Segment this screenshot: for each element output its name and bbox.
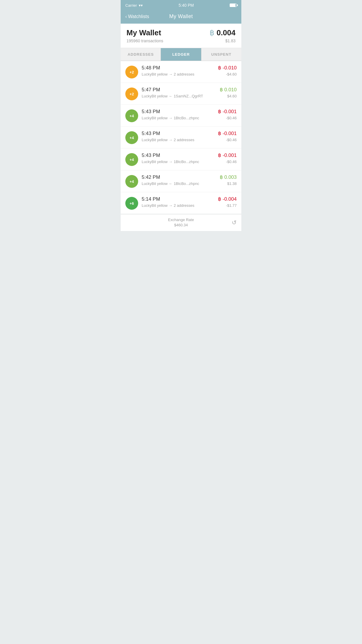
tx-btc-amount: ฿ -0.001 — [218, 131, 237, 136]
exchange-rate: Exchange Rate $460.34 — [168, 217, 194, 228]
tab-ledger[interactable]: LEDGER — [161, 48, 201, 61]
tx-btc-amount: ฿ -0.001 — [218, 109, 237, 115]
tx-amount: ฿ -0.010 -$4.60 — [218, 65, 237, 76]
refresh-button[interactable]: ↺ — [232, 219, 237, 226]
tx-amount: ฿ 0.010 $4.60 — [220, 87, 237, 98]
wifi-icon: ▾▾ — [139, 3, 143, 8]
status-left: Carrier ▾▾ — [125, 3, 143, 8]
wallet-btc-balance: ฿ 0.004 — [210, 28, 236, 37]
tx-info: 5:47 PM LuckyBit yellow ← 1SamNZ...QgrRT — [142, 87, 216, 98]
tx-from: LuckyBit yellow — [142, 181, 168, 186]
tx-info: 5:43 PM LuckyBit yellow → 1BtcBo...zhpnc — [142, 109, 215, 120]
transaction-item[interactable]: +4 5:42 PM LuckyBit yellow ← 1BtcBo...zh… — [121, 170, 241, 192]
transaction-item[interactable]: +2 5:48 PM LuckyBit yellow → 2 addresses… — [121, 61, 241, 83]
tx-btc-amount: ฿ 0.003 — [220, 174, 237, 180]
tx-to: 1BtcBo...zhpnc — [174, 116, 199, 120]
transaction-list: +2 5:48 PM LuckyBit yellow → 2 addresses… — [121, 61, 241, 214]
wallet-usd-balance: $1.83 — [210, 38, 236, 43]
footer: Exchange Rate $460.34 ↺ — [121, 214, 241, 231]
tx-badge: +4 — [125, 109, 138, 122]
tx-amount: ฿ -0.004 -$1.77 — [218, 196, 237, 207]
tx-direction-icon: → — [169, 116, 173, 120]
tx-badge: +2 — [125, 88, 138, 100]
tx-desc: LuckyBit yellow → 2 addresses — [142, 138, 215, 142]
back-chevron-icon: ‹ — [125, 14, 127, 19]
tx-btc-amount: ฿ 0.010 — [220, 87, 237, 93]
tx-time: 5:42 PM — [142, 174, 216, 180]
tx-usd-amount: -$1.77 — [218, 203, 237, 208]
status-bar: Carrier ▾▾ 5:40 PM — [121, 0, 241, 10]
tx-from: LuckyBit yellow — [142, 160, 168, 164]
tx-time: 5:14 PM — [142, 196, 215, 202]
tab-unspent[interactable]: UNSPENT — [201, 48, 241, 61]
status-right — [230, 4, 237, 7]
tab-bar: ADDRESSES LEDGER UNSPENT — [121, 48, 241, 61]
tx-amount: ฿ -0.001 -$0.46 — [218, 131, 237, 142]
tx-direction-icon: → — [169, 72, 173, 76]
tx-to: 1BtcBo...zhpnc — [174, 181, 199, 186]
tx-usd-amount: $4.60 — [220, 94, 237, 98]
tx-from: LuckyBit yellow — [142, 138, 168, 142]
transaction-item[interactable]: +4 5:43 PM LuckyBit yellow → 1BtcBo...zh… — [121, 148, 241, 170]
tx-direction-icon: → — [169, 138, 173, 142]
btc-symbol: ฿ — [210, 28, 215, 37]
transaction-item[interactable]: +6 5:14 PM LuckyBit yellow → 2 addresses… — [121, 192, 241, 214]
tx-usd-amount: -$0.46 — [218, 116, 237, 120]
tx-desc: LuckyBit yellow → 2 addresses — [142, 72, 215, 76]
tx-amount: ฿ -0.001 -$0.46 — [218, 109, 237, 120]
tx-info: 5:42 PM LuckyBit yellow ← 1BtcBo...zhpnc — [142, 174, 216, 186]
tx-btc-amount: ฿ -0.004 — [218, 196, 237, 202]
transaction-item[interactable]: +2 5:47 PM LuckyBit yellow ← 1SamNZ...Qg… — [121, 83, 241, 104]
refresh-icon: ↺ — [232, 219, 237, 226]
tx-badge: +4 — [125, 153, 138, 166]
tx-usd-amount: -$0.46 — [218, 160, 237, 164]
tx-to: 2 addresses — [174, 72, 194, 76]
tx-btc-amount: ฿ -0.010 — [218, 65, 237, 71]
wallet-name: My Wallet — [126, 28, 163, 37]
tx-btc-amount: ฿ -0.001 — [218, 153, 237, 158]
tx-badge: +4 — [125, 131, 138, 144]
tx-time: 5:43 PM — [142, 131, 215, 136]
exchange-rate-value: $460.34 — [168, 223, 194, 228]
tx-usd-amount: $1.38 — [220, 181, 237, 186]
tx-to: 2 addresses — [174, 203, 194, 208]
tx-desc: LuckyBit yellow ← 1SamNZ...QgrRT — [142, 94, 216, 98]
tx-amount: ฿ 0.003 $1.38 — [220, 174, 237, 186]
tx-badge: +2 — [125, 66, 138, 78]
tx-from: LuckyBit yellow — [142, 116, 168, 120]
tx-usd-amount: -$0.46 — [218, 138, 237, 142]
wallet-balance: ฿ 0.004 $1.83 — [210, 28, 236, 43]
battery-icon — [230, 4, 237, 7]
tx-to: 2 addresses — [174, 138, 194, 142]
tx-info: 5:14 PM LuckyBit yellow → 2 addresses — [142, 196, 215, 207]
tx-info: 5:43 PM LuckyBit yellow → 1BtcBo...zhpnc — [142, 153, 215, 164]
tx-info: 5:43 PM LuckyBit yellow → 2 addresses — [142, 131, 215, 142]
tab-addresses[interactable]: ADDRESSES — [121, 48, 161, 61]
nav-title: My Wallet — [169, 13, 193, 20]
wallet-header: My Wallet 195960 transactions ฿ 0.004 $1… — [121, 24, 241, 48]
tx-direction-icon: ← — [169, 181, 173, 186]
tx-desc: LuckyBit yellow → 1BtcBo...zhpnc — [142, 116, 215, 120]
nav-bar: ‹ Watchlists My Wallet — [121, 10, 241, 24]
tx-info: 5:48 PM LuckyBit yellow → 2 addresses — [142, 65, 215, 76]
tx-time: 5:47 PM — [142, 87, 216, 93]
tx-time: 5:43 PM — [142, 109, 215, 115]
tx-amount: ฿ -0.001 -$0.46 — [218, 153, 237, 164]
tx-badge: +6 — [125, 197, 138, 210]
back-button[interactable]: ‹ Watchlists — [125, 14, 149, 19]
tx-badge: +4 — [125, 175, 138, 188]
tx-from: LuckyBit yellow — [142, 203, 168, 208]
tx-desc: LuckyBit yellow → 1BtcBo...zhpnc — [142, 160, 215, 164]
transaction-item[interactable]: +4 5:43 PM LuckyBit yellow → 1BtcBo...zh… — [121, 105, 241, 126]
tx-time: 5:48 PM — [142, 65, 215, 71]
tx-from: LuckyBit yellow — [142, 72, 168, 76]
tx-direction-icon: → — [169, 160, 173, 164]
tx-to: 1BtcBo...zhpnc — [174, 160, 199, 164]
transaction-item[interactable]: +4 5:43 PM LuckyBit yellow → 2 addresses… — [121, 127, 241, 148]
tx-desc: LuckyBit yellow ← 1BtcBo...zhpnc — [142, 181, 216, 186]
tx-usd-amount: -$4.60 — [218, 72, 237, 76]
wallet-info: My Wallet 195960 transactions — [126, 28, 163, 43]
tx-from: LuckyBit yellow — [142, 94, 168, 98]
carrier-label: Carrier — [125, 3, 137, 8]
tx-time: 5:43 PM — [142, 153, 215, 158]
